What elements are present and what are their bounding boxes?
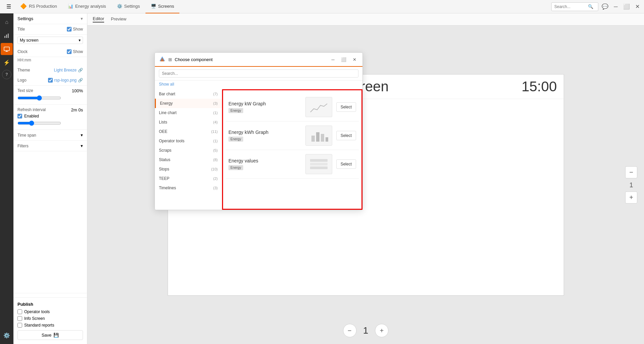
- settings-panel-arrow[interactable]: ▾: [81, 16, 83, 21]
- save-button[interactable]: Save 💾: [17, 330, 83, 340]
- category-scraps-count: (5): [213, 148, 218, 152]
- logo-value[interactable]: rsp-logo.png 🔗: [48, 78, 83, 83]
- modal-restore-button[interactable]: ⬜: [340, 55, 348, 63]
- refresh-enabled-checkbox[interactable]: [17, 114, 22, 118]
- modal-show-all[interactable]: Show all: [155, 81, 362, 89]
- tab-preview[interactable]: Preview: [111, 16, 126, 22]
- title-setting-row: Title Show: [13, 24, 87, 35]
- category-oee[interactable]: OEE (11): [155, 127, 222, 136]
- modal-category-list: Bar chart (7) Energy (3) Line chart (1): [155, 89, 222, 210]
- category-bar-chart-count: (7): [213, 92, 218, 96]
- sidebar-item-help[interactable]: ?: [2, 70, 11, 79]
- notification-button[interactable]: 💬: [601, 3, 609, 11]
- component-energy-kw-preview: [305, 97, 332, 117]
- title-show-toggle[interactable]: Show: [67, 27, 83, 32]
- menu-button[interactable]: ☰: [3, 1, 15, 13]
- category-bar-chart[interactable]: Bar chart (7): [155, 89, 222, 99]
- filters-label: Filters: [17, 144, 29, 148]
- screen-clock: 15:00: [521, 79, 557, 95]
- theme-link-icon: 🔗: [78, 68, 83, 72]
- select-energy-kw-button[interactable]: Select: [336, 102, 356, 112]
- modal-logo-icon: [159, 56, 166, 63]
- refresh-label: Refresh interval: [17, 107, 46, 112]
- theme-value[interactable]: Light Breeze 🔗: [54, 68, 83, 72]
- tab-rs-production[interactable]: 🔶 RS Production: [15, 0, 62, 13]
- sidebar-item-chart[interactable]: [1, 30, 13, 42]
- page-plus-button[interactable]: +: [375, 324, 388, 337]
- timespan-row[interactable]: Time span ▾: [13, 130, 87, 141]
- rs-production-icon: 🔶: [20, 3, 27, 9]
- page-minus-button[interactable]: −: [343, 324, 356, 337]
- modal-component-icon: ⊞: [168, 57, 172, 62]
- timespan-label: Time span: [17, 133, 36, 138]
- clock-show-toggle[interactable]: Show: [67, 49, 83, 54]
- category-stops-count: (10): [211, 167, 218, 171]
- publish-info-screen-checkbox[interactable]: [17, 316, 22, 321]
- screen-name-row: My screen ▾: [13, 35, 87, 47]
- category-timelines-label: Timelines: [159, 186, 176, 190]
- category-stops[interactable]: Stops (10): [155, 164, 222, 174]
- screen-name-value: My screen: [20, 38, 38, 43]
- restore-button[interactable]: ⬜: [622, 3, 631, 11]
- filters-row[interactable]: Filters ▾: [13, 141, 87, 151]
- zoom-plus-button[interactable]: +: [625, 191, 637, 203]
- category-line-chart-count: (1): [213, 111, 218, 115]
- modal-minimize-button[interactable]: ─: [329, 55, 337, 63]
- component-energy-kwh-graph: Energy kWh Graph Energy: [226, 121, 359, 150]
- select-energy-kwh-button[interactable]: Select: [336, 131, 356, 140]
- logo-row: Logo rsp-logo.png 🔗: [13, 75, 87, 86]
- select-energy-values-button[interactable]: Select: [336, 159, 356, 169]
- title-bar: ☰ 🔶 RS Production 📊 Energy analysis ⚙️ S…: [0, 0, 644, 13]
- tab-screens[interactable]: 🖥️ Screens: [145, 0, 180, 13]
- publish-operator-tools-checkbox[interactable]: [17, 309, 22, 314]
- screen-name-input[interactable]: My screen ▾: [17, 37, 83, 44]
- clock-show-label: Show: [73, 49, 83, 54]
- window-controls: 💬 ─ ⬜ ✕: [601, 3, 641, 11]
- search-input[interactable]: [554, 4, 588, 9]
- tab-energy-analysis[interactable]: 📊 Energy analysis: [62, 0, 112, 13]
- settings-panel: Settings ▾ Title Show My screen ▾ Clock …: [13, 13, 87, 344]
- component-energy-kwh-tag: Energy: [228, 137, 243, 142]
- settings-icon: ⚙️: [117, 4, 122, 9]
- category-energy[interactable]: Energy (3): [155, 99, 222, 108]
- theme-row: Theme Light Breeze 🔗: [13, 65, 87, 75]
- modal-title-bar: ⊞ Choose component ─ ⬜ ✕: [155, 53, 362, 67]
- clock-show-checkbox[interactable]: [67, 49, 72, 54]
- component-energy-kw-name: Energy kW Graph: [228, 101, 301, 106]
- category-status[interactable]: Status (8): [155, 155, 222, 164]
- category-operator-tools[interactable]: Operator tools (1): [155, 136, 222, 146]
- modal-close-button[interactable]: ✕: [350, 55, 358, 63]
- tab-settings[interactable]: ⚙️ Settings: [112, 0, 145, 13]
- category-lists[interactable]: Lists (4): [155, 117, 222, 127]
- sidebar-item-gear[interactable]: ⚙️: [1, 329, 13, 341]
- category-energy-label: Energy: [160, 101, 173, 106]
- category-line-chart[interactable]: Line chart (1): [155, 108, 222, 117]
- category-timelines[interactable]: Timelines (3): [155, 183, 222, 193]
- save-label: Save: [42, 333, 52, 338]
- category-timelines-count: (3): [213, 186, 218, 190]
- zoom-level: 1: [625, 181, 637, 189]
- tab-editor[interactable]: Editor: [93, 16, 104, 22]
- category-teep[interactable]: TEEP (2): [155, 174, 222, 183]
- category-scraps-label: Scraps: [159, 148, 171, 153]
- menu-icon: ☰: [6, 3, 11, 10]
- title-show-checkbox[interactable]: [67, 27, 72, 32]
- sidebar-item-lightning[interactable]: ⚡: [1, 56, 13, 68]
- sidebar-item-home[interactable]: ⌂: [1, 16, 13, 28]
- zoom-minus-button[interactable]: −: [625, 166, 637, 178]
- publish-standard-reports-checkbox[interactable]: [17, 323, 22, 328]
- refresh-enabled-label: Enabled: [24, 114, 39, 118]
- logo-checkbox[interactable]: [48, 78, 53, 83]
- publish-item-standard-reports: Standard reports: [17, 323, 83, 328]
- publish-item-info-screen: Info Screen: [17, 316, 83, 321]
- minimize-button[interactable]: ─: [612, 3, 620, 11]
- sidebar-item-screen[interactable]: [1, 43, 13, 55]
- category-scraps[interactable]: Scraps (5): [155, 146, 222, 155]
- textsize-slider[interactable]: [17, 95, 61, 101]
- close-button[interactable]: ✕: [633, 3, 641, 11]
- refresh-slider[interactable]: [17, 120, 61, 126]
- modal-search-input[interactable]: [159, 69, 358, 78]
- textsize-value: 100%: [72, 88, 83, 93]
- choose-component-modal: ⊞ Choose component ─ ⬜ ✕ Show all Bar ch…: [155, 52, 363, 210]
- clock-setting-row: Clock Show: [13, 47, 87, 57]
